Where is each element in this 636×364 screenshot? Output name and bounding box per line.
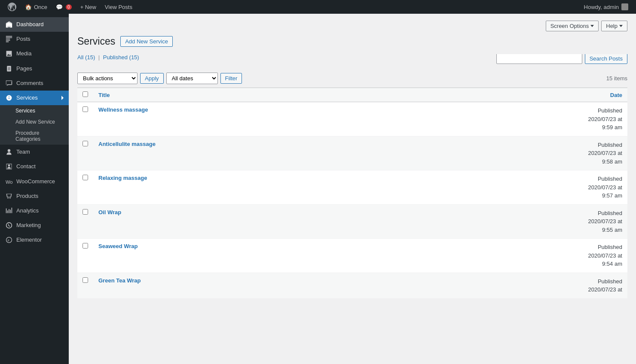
date-cell: Published2020/07/23 at9:57 am (415, 170, 627, 205)
row-checkbox[interactable] (83, 243, 88, 249)
analytics-label: Analytics (16, 207, 39, 215)
sidebar-item-team[interactable]: Team (0, 145, 69, 159)
post-status: Published (598, 278, 622, 285)
help-button[interactable]: Help (601, 21, 627, 31)
post-status: Published (598, 210, 622, 216)
sidebar-item-contact[interactable]: Contact (0, 159, 69, 174)
user-menu[interactable]: Howdy, admin (580, 3, 633, 10)
contact-label: Contact (16, 163, 36, 170)
submenu-procedure-categories[interactable]: Procedure Categories (0, 127, 69, 145)
post-status: Published (598, 244, 622, 250)
sidebar-item-services[interactable]: Services (0, 91, 69, 105)
row-checkbox[interactable] (83, 277, 88, 283)
posts-list: Wellness massageEdit | Quick Edit | Tras… (77, 102, 627, 299)
search-input[interactable] (496, 54, 582, 64)
page-title: Services (77, 36, 115, 47)
comments-label: Comments (16, 79, 43, 87)
filter-all-count: 15 (87, 54, 93, 61)
search-posts-button[interactable]: Search Posts (585, 54, 627, 64)
elementor-label: Elementor (16, 236, 42, 244)
row-checkbox[interactable] (83, 175, 88, 180)
filter-published-label: Published (103, 54, 128, 61)
table-header-row: Title Date (77, 88, 627, 102)
filter-links: All (15) | Published (15) (77, 54, 139, 61)
page-header-left: Services Add New Service (77, 36, 173, 47)
filter-all-link[interactable]: All (15) (77, 54, 97, 61)
new-label: + New (80, 4, 96, 10)
date-column-header[interactable]: Date (415, 88, 627, 102)
sidebar-item-products[interactable]: Products (0, 189, 69, 203)
products-label: Products (16, 192, 38, 200)
sidebar-item-posts[interactable]: Posts (0, 32, 69, 46)
filter-button[interactable]: Filter (220, 73, 242, 84)
submenu-add-new-label: Add New Service (15, 119, 55, 125)
sidebar: Dashboard Posts Media Pages Comments (0, 14, 69, 364)
site-name-label: Once (34, 4, 47, 10)
submenu-add-new-service[interactable]: Add New Service (0, 116, 69, 127)
posts-icon (5, 35, 13, 43)
filter-sep-1: | (98, 54, 101, 61)
page-header: Services Add New Service (77, 36, 627, 47)
new-content-button[interactable]: + New (76, 0, 101, 14)
add-new-service-button[interactable]: Add New Service (120, 36, 173, 47)
filter-published-link[interactable]: Published (15) (103, 54, 139, 61)
date-cell: Published2020/07/23 at9:54 am (415, 239, 627, 273)
wp-logo-button[interactable] (3, 0, 21, 14)
view-posts-button[interactable]: View Posts (101, 0, 137, 14)
pages-label: Pages (16, 65, 32, 73)
post-title-link[interactable]: Wellness massage (98, 106, 148, 113)
dashboard-label: Dashboard (16, 21, 44, 28)
bulk-actions-select[interactable]: Bulk actions Delete Edit (77, 73, 138, 84)
table-row: Green Tea WrapEdit | Quick Edit | Trash … (77, 273, 627, 298)
date-filter-select[interactable]: All dates (166, 73, 218, 84)
admin-bar: 🏠 Once 💬 0 + New View Posts Howdy, admin (0, 0, 636, 14)
sidebar-item-comments[interactable]: Comments (0, 76, 69, 91)
date-cell: Published2020/07/23 at (415, 273, 627, 298)
post-status: Published (598, 142, 622, 148)
comments-icon: 💬 (56, 4, 63, 10)
bulk-bar-left: Bulk actions Delete Edit Apply All dates… (77, 73, 242, 84)
comments-button[interactable]: 💬 0 (52, 0, 76, 14)
sidebar-item-elementor[interactable]: e Elementor (0, 233, 69, 247)
submenu-services[interactable]: Services (0, 105, 69, 116)
select-all-checkbox[interactable] (83, 91, 88, 97)
team-label: Team (16, 148, 30, 156)
page-wrapper: Dashboard Posts Media Pages Comments (0, 14, 636, 364)
dashboard-icon (5, 21, 13, 28)
products-icon (5, 192, 13, 200)
sidebar-item-marketing[interactable]: Marketing (0, 218, 69, 233)
apply-button[interactable]: Apply (140, 73, 164, 84)
sidebar-item-media[interactable]: Media (0, 46, 69, 61)
table-row: Wellness massageEdit | Quick Edit | Tras… (77, 102, 627, 136)
row-checkbox[interactable] (83, 141, 88, 146)
date-cell: Published2020/07/23 at9:59 am (415, 102, 627, 136)
user-avatar (621, 3, 628, 10)
post-title-link[interactable]: Seaweed Wrap (98, 243, 138, 249)
post-title-link[interactable]: Anticellulite massage (98, 141, 156, 147)
title-column-header[interactable]: Title (93, 88, 415, 102)
row-checkbox[interactable] (83, 106, 88, 112)
sidebar-item-analytics[interactable]: Analytics (0, 203, 69, 218)
sidebar-item-dashboard[interactable]: Dashboard (0, 17, 69, 32)
items-count: 15 items (606, 75, 627, 82)
media-icon (5, 50, 13, 58)
howdy-label: Howdy, admin (584, 4, 619, 10)
table-row: Seaweed WrapEdit | Quick Edit | Trash | … (77, 239, 627, 273)
site-name-button[interactable]: 🏠 Once (21, 0, 52, 14)
help-label: Help (606, 23, 618, 29)
sidebar-item-pages[interactable]: Pages (0, 61, 69, 76)
table-row: Oil WrapEdit | Quick Edit | Trash | View… (77, 204, 627, 239)
filter-all-label: All (77, 54, 83, 61)
post-title-link[interactable]: Relaxing massage (98, 175, 147, 181)
screen-options-button[interactable]: Screen Options (546, 21, 599, 31)
row-checkbox[interactable] (83, 209, 88, 215)
sidebar-item-woocommerce[interactable]: Woo WooCommerce (0, 174, 69, 189)
comments-nav-icon (5, 79, 13, 87)
comment-count: 0 (66, 4, 72, 10)
post-status: Published (598, 107, 622, 114)
post-title-link[interactable]: Oil Wrap (98, 209, 121, 215)
analytics-icon (5, 207, 13, 215)
post-title-link[interactable]: Green Tea Wrap (98, 277, 141, 284)
screen-options-label: Screen Options (550, 23, 589, 29)
submenu-categories-label: Procedure Categories (15, 130, 40, 142)
